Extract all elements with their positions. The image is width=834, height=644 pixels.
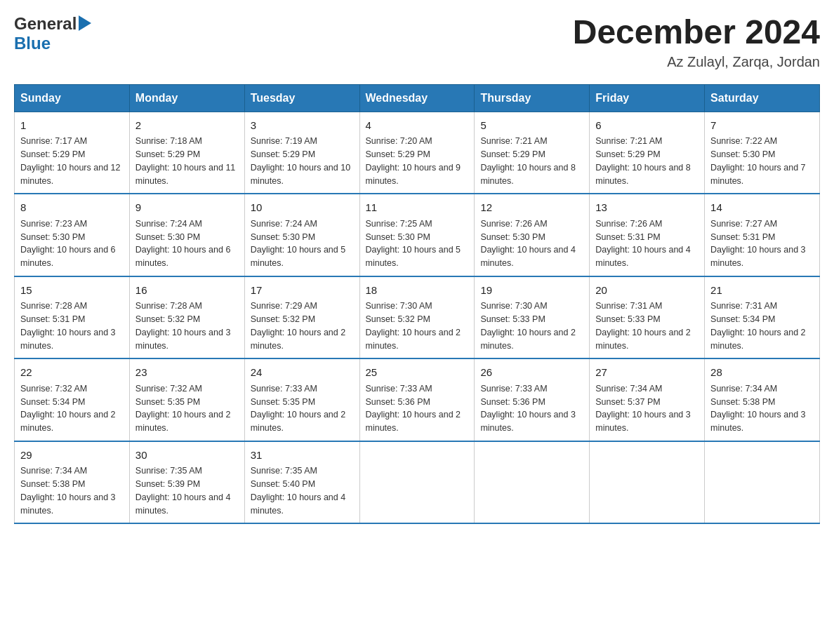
daylight-label: Daylight: 10 hours and 3 minutes.: [135, 328, 231, 351]
daylight-label: Daylight: 10 hours and 4 minutes.: [251, 492, 346, 516]
day-number: 20: [595, 283, 699, 299]
daylight-label: Daylight: 10 hours and 2 minutes.: [251, 328, 346, 351]
calendar-week-1: 1 Sunrise: 7:17 AM Sunset: 5:29 PM Dayli…: [15, 112, 820, 194]
calendar-cell: 19 Sunrise: 7:30 AM Sunset: 5:33 PM Dayl…: [475, 276, 590, 359]
day-header-monday: Monday: [129, 84, 244, 112]
calendar-cell: [359, 441, 475, 524]
sunrise-label: Sunrise: 7:27 AM: [710, 219, 777, 229]
logo: General Blue: [14, 14, 91, 53]
sunset-label: Sunset: 5:31 PM: [20, 314, 85, 324]
sunset-label: Sunset: 5:32 PM: [366, 314, 430, 324]
sunset-label: Sunset: 5:29 PM: [135, 149, 200, 159]
daylight-label: Daylight: 10 hours and 2 minutes.: [366, 410, 461, 433]
sunrise-label: Sunrise: 7:32 AM: [135, 384, 202, 394]
sunset-label: Sunset: 5:31 PM: [710, 232, 775, 242]
day-header-tuesday: Tuesday: [244, 84, 359, 112]
sunrise-label: Sunrise: 7:30 AM: [480, 301, 547, 311]
sunset-label: Sunset: 5:40 PM: [251, 479, 315, 489]
calendar-cell: 22 Sunrise: 7:32 AM Sunset: 5:34 PM Dayl…: [15, 358, 130, 441]
daylight-label: Daylight: 10 hours and 6 minutes.: [135, 245, 231, 268]
daylight-label: Daylight: 10 hours and 2 minutes.: [710, 328, 806, 351]
sunrise-label: Sunrise: 7:34 AM: [710, 384, 777, 394]
calendar-cell: [590, 441, 705, 524]
sunrise-label: Sunrise: 7:25 AM: [366, 219, 432, 229]
sunset-label: Sunset: 5:30 PM: [20, 232, 85, 242]
calendar-cell: 15 Sunrise: 7:28 AM Sunset: 5:31 PM Dayl…: [15, 276, 130, 359]
calendar-cell: 17 Sunrise: 7:29 AM Sunset: 5:32 PM Dayl…: [244, 276, 359, 359]
page-header: General Blue December 2024 Az Zulayl, Za…: [14, 14, 820, 70]
day-number: 21: [710, 283, 814, 299]
day-header-thursday: Thursday: [475, 84, 590, 112]
calendar-cell: 28 Sunrise: 7:34 AM Sunset: 5:38 PM Dayl…: [705, 358, 820, 441]
calendar-cell: 10 Sunrise: 7:24 AM Sunset: 5:30 PM Dayl…: [244, 194, 359, 276]
sunset-label: Sunset: 5:32 PM: [135, 314, 200, 324]
calendar-cell: 13 Sunrise: 7:26 AM Sunset: 5:31 PM Dayl…: [590, 194, 705, 276]
day-number: 19: [480, 283, 583, 299]
daylight-label: Daylight: 10 hours and 12 minutes.: [20, 163, 120, 186]
daylight-label: Daylight: 10 hours and 3 minutes.: [480, 410, 576, 433]
calendar-cell: [705, 441, 820, 524]
sunset-label: Sunset: 5:34 PM: [710, 314, 775, 324]
sunset-label: Sunset: 5:34 PM: [20, 397, 85, 407]
calendar-cell: 1 Sunrise: 7:17 AM Sunset: 5:29 PM Dayli…: [15, 112, 130, 194]
day-number: 29: [20, 448, 124, 464]
daylight-label: Daylight: 10 hours and 3 minutes.: [595, 410, 691, 433]
sunset-label: Sunset: 5:38 PM: [710, 397, 775, 407]
sunrise-label: Sunrise: 7:21 AM: [595, 136, 662, 146]
day-number: 11: [366, 200, 469, 216]
sunset-label: Sunset: 5:35 PM: [135, 397, 200, 407]
daylight-label: Daylight: 10 hours and 4 minutes.: [595, 245, 691, 268]
sunrise-label: Sunrise: 7:35 AM: [251, 466, 317, 476]
daylight-label: Daylight: 10 hours and 5 minutes.: [251, 245, 346, 268]
sunrise-label: Sunrise: 7:21 AM: [480, 136, 547, 146]
day-number: 16: [135, 283, 239, 299]
calendar-cell: 20 Sunrise: 7:31 AM Sunset: 5:33 PM Dayl…: [590, 276, 705, 359]
daylight-label: Daylight: 10 hours and 2 minutes.: [366, 328, 461, 351]
sunrise-label: Sunrise: 7:22 AM: [710, 136, 777, 146]
daylight-label: Daylight: 10 hours and 9 minutes.: [366, 163, 461, 186]
daylight-label: Daylight: 10 hours and 2 minutes.: [135, 410, 231, 433]
logo-triangle-icon: [79, 15, 91, 34]
day-number: 26: [480, 365, 583, 381]
sunrise-label: Sunrise: 7:31 AM: [595, 301, 662, 311]
day-number: 14: [710, 200, 814, 216]
sunset-label: Sunset: 5:36 PM: [366, 397, 430, 407]
day-number: 2: [135, 118, 239, 134]
calendar-cell: 12 Sunrise: 7:26 AM Sunset: 5:30 PM Dayl…: [475, 194, 590, 276]
sunrise-label: Sunrise: 7:33 AM: [366, 384, 432, 394]
sunset-label: Sunset: 5:33 PM: [480, 314, 545, 324]
logo-general-text: General: [14, 14, 77, 34]
calendar-cell: 3 Sunrise: 7:19 AM Sunset: 5:29 PM Dayli…: [244, 112, 359, 194]
sunrise-label: Sunrise: 7:26 AM: [480, 219, 547, 229]
day-number: 1: [20, 118, 124, 134]
day-number: 9: [135, 200, 239, 216]
sunrise-label: Sunrise: 7:23 AM: [20, 219, 87, 229]
daylight-label: Daylight: 10 hours and 11 minutes.: [135, 163, 235, 186]
sunset-label: Sunset: 5:29 PM: [480, 149, 545, 159]
calendar-cell: 31 Sunrise: 7:35 AM Sunset: 5:40 PM Dayl…: [244, 441, 359, 524]
svg-marker-0: [79, 15, 91, 31]
calendar-cell: 8 Sunrise: 7:23 AM Sunset: 5:30 PM Dayli…: [15, 194, 130, 276]
daylight-label: Daylight: 10 hours and 7 minutes.: [710, 163, 806, 186]
calendar-cell: 14 Sunrise: 7:27 AM Sunset: 5:31 PM Dayl…: [705, 194, 820, 276]
location-text: Az Zulayl, Zarqa, Jordan: [573, 54, 820, 70]
calendar-cell: 11 Sunrise: 7:25 AM Sunset: 5:30 PM Dayl…: [359, 194, 475, 276]
calendar-week-3: 15 Sunrise: 7:28 AM Sunset: 5:31 PM Dayl…: [15, 276, 820, 359]
day-number: 24: [251, 365, 354, 381]
sunset-label: Sunset: 5:32 PM: [251, 314, 315, 324]
sunset-label: Sunset: 5:29 PM: [251, 149, 315, 159]
day-number: 25: [366, 365, 469, 381]
sunrise-label: Sunrise: 7:20 AM: [366, 136, 432, 146]
daylight-label: Daylight: 10 hours and 4 minutes.: [480, 245, 576, 268]
daylight-label: Daylight: 10 hours and 2 minutes.: [251, 410, 346, 433]
day-header-wednesday: Wednesday: [359, 84, 475, 112]
daylight-label: Daylight: 10 hours and 3 minutes.: [20, 492, 116, 516]
daylight-label: Daylight: 10 hours and 6 minutes.: [20, 245, 116, 268]
sunset-label: Sunset: 5:36 PM: [480, 397, 545, 407]
sunrise-label: Sunrise: 7:35 AM: [135, 466, 202, 476]
sunrise-label: Sunrise: 7:34 AM: [20, 466, 87, 476]
sunrise-label: Sunrise: 7:31 AM: [710, 301, 777, 311]
sunset-label: Sunset: 5:31 PM: [595, 232, 660, 242]
calendar-cell: 2 Sunrise: 7:18 AM Sunset: 5:29 PM Dayli…: [129, 112, 244, 194]
sunset-label: Sunset: 5:33 PM: [595, 314, 660, 324]
